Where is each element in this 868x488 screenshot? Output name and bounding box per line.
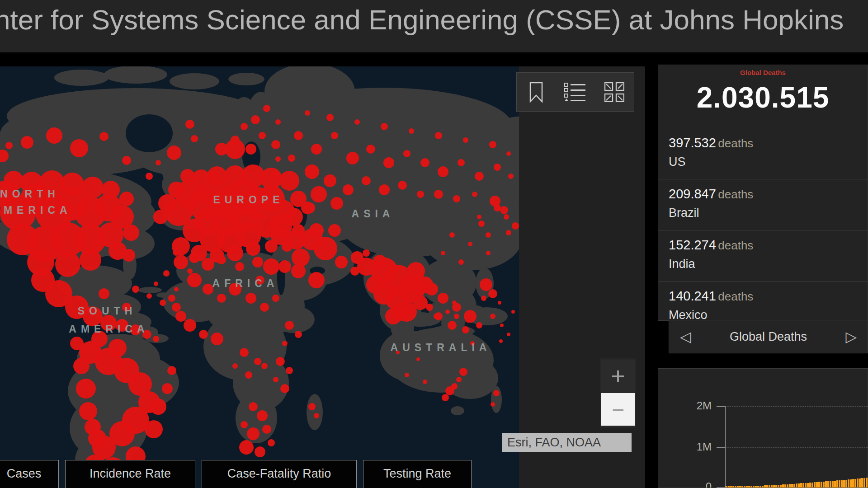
basemap-button[interactable] bbox=[600, 78, 628, 106]
case-dot[interactable] bbox=[486, 251, 491, 255]
case-dot[interactable] bbox=[265, 240, 278, 253]
case-dot[interactable] bbox=[494, 164, 501, 171]
case-dot[interactable] bbox=[413, 296, 428, 310]
case-dot[interactable] bbox=[331, 132, 338, 139]
case-dot[interactable] bbox=[464, 310, 476, 323]
case-dot[interactable] bbox=[168, 295, 175, 302]
case-dot[interactable] bbox=[46, 127, 62, 144]
case-dot[interactable] bbox=[215, 143, 228, 155]
case-dot[interactable] bbox=[326, 114, 334, 121]
case-dot[interactable] bbox=[416, 357, 420, 361]
case-dot[interactable] bbox=[438, 166, 448, 177]
case-dot[interactable] bbox=[263, 258, 279, 275]
case-dot[interactable] bbox=[324, 174, 336, 187]
case-dot[interactable] bbox=[476, 322, 482, 328]
case-dot[interactable] bbox=[426, 304, 433, 311]
case-dot[interactable] bbox=[191, 135, 198, 142]
case-dot[interactable] bbox=[174, 287, 179, 291]
case-dot[interactable] bbox=[286, 367, 293, 374]
case-dot[interactable] bbox=[167, 366, 176, 375]
case-dot[interactable] bbox=[379, 184, 390, 195]
case-dot[interactable] bbox=[454, 314, 459, 319]
zoom-out-button[interactable]: − bbox=[601, 393, 635, 426]
case-dot[interactable] bbox=[304, 202, 315, 213]
case-dot[interactable] bbox=[305, 110, 310, 116]
case-dot[interactable] bbox=[453, 195, 460, 202]
layer-tab-cases[interactable]: Cases bbox=[0, 460, 59, 488]
case-dot[interactable] bbox=[55, 252, 80, 277]
case-dot[interactable] bbox=[5, 142, 13, 149]
case-dot[interactable] bbox=[150, 399, 166, 415]
case-dot[interactable] bbox=[490, 196, 500, 206]
case-dot[interactable] bbox=[247, 427, 259, 440]
case-dot[interactable] bbox=[466, 319, 470, 323]
case-dot[interactable] bbox=[346, 152, 359, 164]
case-dot[interactable] bbox=[498, 301, 501, 305]
case-dot[interactable] bbox=[240, 348, 249, 357]
case-dot[interactable] bbox=[458, 259, 464, 265]
case-dot[interactable] bbox=[132, 286, 139, 293]
case-dot[interactable] bbox=[108, 339, 127, 357]
case-dot[interactable] bbox=[261, 363, 268, 369]
case-dot[interactable] bbox=[314, 237, 337, 260]
case-dot[interactable] bbox=[458, 159, 465, 166]
case-dot[interactable] bbox=[398, 181, 407, 190]
case-dot[interactable] bbox=[488, 289, 497, 298]
case-dot[interactable] bbox=[314, 413, 319, 418]
case-dot[interactable] bbox=[435, 132, 442, 139]
case-dot[interactable] bbox=[99, 288, 109, 299]
case-dot[interactable] bbox=[163, 270, 170, 277]
case-dot[interactable] bbox=[282, 341, 288, 346]
case-dot[interactable] bbox=[227, 245, 243, 261]
case-dot[interactable] bbox=[85, 419, 101, 435]
case-dot[interactable] bbox=[512, 222, 519, 230]
map-canvas[interactable]: NORTHAMERICASOUTHAMERICAEUROPEASIAAFRICA… bbox=[0, 66, 645, 488]
case-dot[interactable] bbox=[61, 173, 84, 196]
case-dot[interactable] bbox=[76, 379, 96, 399]
case-dot[interactable] bbox=[504, 214, 509, 220]
case-dot[interactable] bbox=[511, 310, 515, 314]
case-dot[interactable] bbox=[156, 160, 161, 165]
case-dot[interactable] bbox=[217, 255, 226, 264]
case-dot[interactable] bbox=[245, 371, 252, 379]
case-dot[interactable] bbox=[263, 105, 270, 112]
case-dot[interactable] bbox=[94, 241, 98, 245]
case-dot[interactable] bbox=[260, 303, 269, 312]
legend-button[interactable] bbox=[561, 78, 589, 106]
case-dot[interactable] bbox=[285, 321, 294, 330]
deaths-list-item[interactable]: 397.532 deathsUS bbox=[658, 128, 868, 179]
case-dot[interactable] bbox=[145, 420, 163, 438]
case-dot[interactable] bbox=[441, 251, 445, 255]
case-dot[interactable] bbox=[199, 330, 208, 339]
case-dot[interactable] bbox=[445, 386, 454, 395]
case-dot[interactable] bbox=[478, 221, 485, 227]
case-dot[interactable] bbox=[255, 446, 265, 457]
case-dot[interactable] bbox=[288, 155, 295, 162]
case-dot[interactable] bbox=[449, 232, 455, 238]
case-dot[interactable] bbox=[272, 295, 279, 302]
case-dot[interactable] bbox=[245, 144, 256, 155]
case-dot[interactable] bbox=[241, 123, 248, 130]
case-dot[interactable] bbox=[366, 145, 375, 154]
case-dot[interactable] bbox=[351, 251, 363, 264]
case-dot[interactable] bbox=[276, 357, 285, 366]
case-dot[interactable] bbox=[123, 249, 135, 262]
case-dot[interactable] bbox=[245, 293, 256, 304]
case-dot[interactable] bbox=[70, 139, 88, 157]
case-dot[interactable] bbox=[480, 278, 492, 291]
case-dot[interactable] bbox=[252, 257, 263, 267]
case-dot[interactable] bbox=[189, 252, 200, 263]
case-dot[interactable] bbox=[445, 310, 450, 314]
case-dot[interactable] bbox=[363, 249, 370, 257]
deaths-list-item[interactable]: 152.274 deathsIndia bbox=[658, 230, 868, 282]
case-dot[interactable] bbox=[275, 156, 281, 162]
case-dot[interactable] bbox=[311, 144, 322, 155]
case-dot[interactable] bbox=[278, 260, 291, 273]
case-dot[interactable] bbox=[362, 176, 371, 185]
zoom-in-button[interactable]: + bbox=[601, 360, 635, 392]
case-dot[interactable] bbox=[187, 268, 193, 274]
case-dot[interactable] bbox=[442, 394, 449, 401]
case-dot[interactable] bbox=[294, 131, 303, 140]
case-dot[interactable] bbox=[434, 190, 443, 199]
layer-tab-incidence-rate[interactable]: Incidence Rate bbox=[65, 460, 195, 488]
